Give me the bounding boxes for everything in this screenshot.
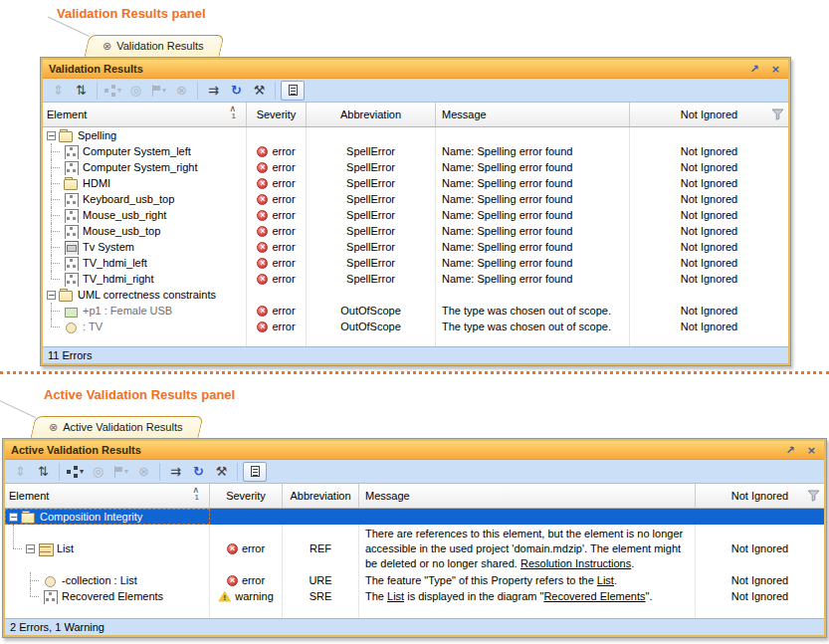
group-by-button[interactable]: ▾ [65, 462, 86, 482]
collapse-toggle-icon[interactable]: − [47, 291, 56, 300]
active-validation-results-panel: ⊗ Active Validation Results Active Valid… [2, 416, 827, 638]
severity-cell: error [210, 525, 283, 572]
table-row[interactable]: TV_hdmi_right error SpellError Name: Spe… [43, 271, 788, 287]
column-header-message[interactable]: Message [359, 484, 696, 508]
table-row[interactable]: Computer System_left error SpellError Na… [43, 143, 788, 159]
float-window-icon[interactable]: ↗ [786, 445, 795, 456]
tree-guide [9, 572, 23, 588]
not-ignored-cell [630, 287, 788, 303]
column-header-element[interactable]: Element ∧ 1 [43, 103, 247, 126]
tree-group-row-selected[interactable]: −Composition Integrity [5, 509, 824, 525]
generate-report-button[interactable] [281, 81, 305, 101]
refresh-button[interactable]: ↻ [226, 81, 247, 101]
not-ignored-cell: Not Ignored [630, 207, 788, 223]
error-icon [257, 274, 268, 285]
collapse-all-button[interactable]: ⇅ [71, 81, 92, 101]
expand-all-button[interactable]: ⇕ [48, 81, 69, 101]
table-row[interactable]: TV_hdmi_left error SpellError Name: Spel… [43, 255, 788, 271]
column-header-element[interactable]: Element ∧ 1 [5, 484, 210, 508]
open-in-tree-button[interactable]: ⇉ [165, 462, 186, 482]
column-header-severity[interactable]: Severity [247, 103, 307, 126]
validation-options-button[interactable]: ⚒ [249, 81, 270, 101]
column-header-not-ignored[interactable]: Not Ignored [630, 103, 788, 126]
recovered-elements-link[interactable]: Recovered Elements [543, 590, 645, 602]
table-row[interactable]: Mouse_usb_top error SpellError Name: Spe… [43, 223, 788, 239]
collapse-toggle-icon[interactable]: − [9, 513, 18, 522]
window-title: Validation Results [49, 63, 143, 75]
select-target-button[interactable]: ◎ [125, 81, 146, 101]
collapse-all-button[interactable]: ⇅ [33, 462, 54, 482]
tab-active-validation-results[interactable]: ⊗ Active Validation Results [38, 416, 197, 438]
severity-cell: error [247, 319, 307, 334]
ignore-button[interactable]: ⊗ [133, 462, 154, 482]
abbreviation-cell: SpellError [307, 223, 436, 239]
float-window-icon[interactable]: ↗ [750, 64, 759, 75]
window-titlebar[interactable]: Active Validation Results ↗ × [5, 441, 824, 460]
table-row[interactable]: −List error REF There are references to … [5, 525, 824, 572]
refresh-icon: ↻ [231, 83, 242, 98]
column-header-not-ignored[interactable]: Not Ignored [696, 484, 824, 508]
select-target-button[interactable]: ◎ [88, 462, 108, 482]
table-row[interactable]: Mouse_usb_right error SpellError Name: S… [43, 207, 788, 223]
message-cell: Name: Spelling error found [436, 175, 630, 191]
filter-icon[interactable] [771, 108, 784, 122]
flag-button[interactable]: ▾ [148, 81, 169, 101]
flag-button[interactable]: ▾ [110, 462, 131, 482]
open-in-tree-icon: ⇉ [170, 464, 181, 479]
filter-icon[interactable] [807, 490, 820, 504]
not-ignored-cell: Not Ignored [630, 159, 788, 175]
column-header-severity[interactable]: Severity [210, 484, 283, 508]
message-cell: Name: Spelling error found [436, 223, 630, 239]
column-header-abbreviation[interactable]: Abbreviation [307, 103, 436, 126]
table-row[interactable]: HDMI error SpellError Name: Spelling err… [43, 175, 788, 191]
tree-guide [47, 223, 61, 239]
refresh-button[interactable]: ↻ [188, 462, 209, 482]
open-in-tree-button[interactable]: ⇉ [203, 81, 224, 101]
window-title: Active Validation Results [11, 444, 141, 456]
severity-cell: error [247, 207, 307, 223]
not-ignored-cell: Not Ignored [696, 525, 824, 572]
table-row[interactable]: Keyboard_usb_top error SpellError Name: … [43, 191, 788, 207]
close-window-icon[interactable]: × [771, 64, 780, 75]
list-element-link[interactable]: List [387, 590, 404, 602]
tree-guide [26, 588, 40, 604]
element-cell: −Composition Integrity [5, 509, 210, 525]
tree-group-row[interactable]: −UML correctness constraints [43, 287, 788, 303]
abbreviation-cell: SpellError [307, 239, 436, 255]
tree-group-row[interactable]: −Spelling [43, 127, 788, 143]
table-row[interactable]: : TV error OutOfScope The type was chose… [43, 319, 788, 334]
element-cell: HDMI [43, 175, 247, 191]
table-row[interactable]: Tv System error SpellError Name: Spellin… [43, 239, 788, 255]
dropdown-caret-icon: ▾ [124, 467, 128, 476]
column-header-message[interactable]: Message [436, 103, 630, 126]
validation-options-button[interactable]: ⚒ [211, 462, 232, 482]
group-by-icon [104, 85, 116, 97]
tab-close-icon[interactable]: ⊗ [49, 421, 58, 434]
tab-validation-results[interactable]: ⊗ Validation Results [92, 35, 218, 57]
diagram-icon [64, 209, 80, 222]
close-window-icon[interactable]: × [807, 445, 816, 456]
report-icon [289, 85, 298, 96]
error-icon [257, 322, 268, 332]
collapse-toggle-icon[interactable]: − [26, 544, 35, 553]
list-element-link[interactable]: List [597, 574, 614, 586]
resolution-instructions-link[interactable]: Resolution Instructions [520, 557, 631, 569]
collapse-toggle-icon[interactable]: − [47, 131, 56, 140]
window-titlebar[interactable]: Validation Results ↗ × [43, 60, 788, 79]
collapse-all-icon: ⇅ [76, 83, 87, 98]
severity-cell: error [247, 143, 307, 159]
error-icon [257, 194, 268, 205]
ignore-button[interactable]: ⊗ [171, 81, 192, 101]
group-by-button[interactable]: ▾ [103, 81, 123, 101]
element-cell: Keyboard_usb_top [43, 191, 247, 207]
error-icon [257, 226, 268, 237]
table-row[interactable]: Recovered Elements warning SRE The List … [5, 588, 824, 604]
table-row[interactable]: -collection : List error URE The feature… [5, 572, 824, 588]
column-header-abbreviation[interactable]: Abbreviation [283, 484, 359, 508]
message-cell: The type was chosen out of scope. [436, 319, 630, 334]
tab-close-icon[interactable]: ⊗ [103, 40, 111, 53]
table-row[interactable]: +p1 : Female USB error OutOfScope The ty… [43, 303, 788, 319]
table-row[interactable]: Computer System_right error SpellError N… [43, 159, 788, 175]
expand-all-button[interactable]: ⇕ [10, 462, 31, 482]
generate-report-button[interactable] [243, 462, 267, 482]
